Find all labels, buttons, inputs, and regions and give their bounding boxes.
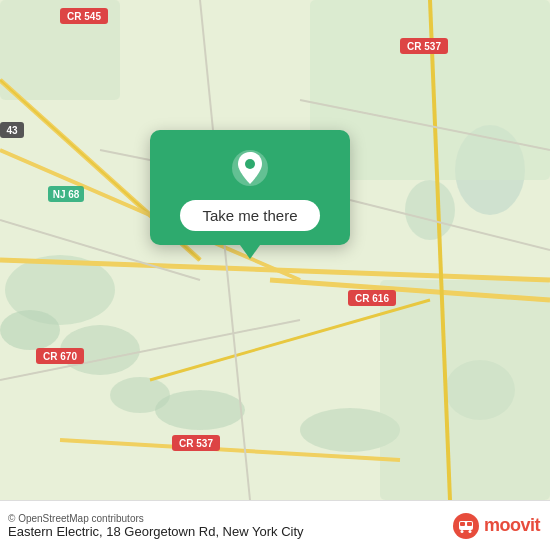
- svg-point-42: [245, 159, 255, 169]
- map-pin-icon: [228, 146, 272, 190]
- moovit-logo: moovit: [452, 512, 540, 540]
- take-me-there-button[interactable]: Take me there: [180, 200, 319, 231]
- svg-text:CR 537: CR 537: [407, 41, 441, 52]
- svg-point-7: [110, 377, 170, 413]
- svg-text:CR 537: CR 537: [179, 438, 213, 449]
- svg-rect-11: [380, 280, 550, 500]
- svg-rect-46: [467, 522, 472, 526]
- bottom-bar: © OpenStreetMap contributors Eastern Ele…: [0, 500, 550, 550]
- svg-point-2: [0, 310, 60, 350]
- location-text: Eastern Electric, 18 Georgetown Rd, New …: [8, 524, 304, 539]
- svg-text:NJ 68: NJ 68: [53, 189, 80, 200]
- popup-card: Take me there: [150, 130, 350, 245]
- map-container: CR 545 CR 537 43 NJ 68 CR 616 CR 670 CR …: [0, 0, 550, 500]
- svg-point-48: [468, 530, 471, 533]
- bottom-bar-info: © OpenStreetMap contributors Eastern Ele…: [8, 513, 304, 539]
- svg-point-5: [405, 180, 455, 240]
- moovit-bus-icon: [452, 512, 480, 540]
- svg-text:CR 670: CR 670: [43, 351, 77, 362]
- svg-text:CR 616: CR 616: [355, 293, 389, 304]
- map-background: CR 545 CR 537 43 NJ 68 CR 616 CR 670 CR …: [0, 0, 550, 500]
- svg-text:CR 545: CR 545: [67, 11, 101, 22]
- moovit-label: moovit: [484, 515, 540, 536]
- svg-rect-45: [460, 522, 465, 526]
- svg-point-47: [460, 530, 463, 533]
- osm-attribution: © OpenStreetMap contributors: [8, 513, 304, 524]
- svg-text:43: 43: [6, 125, 18, 136]
